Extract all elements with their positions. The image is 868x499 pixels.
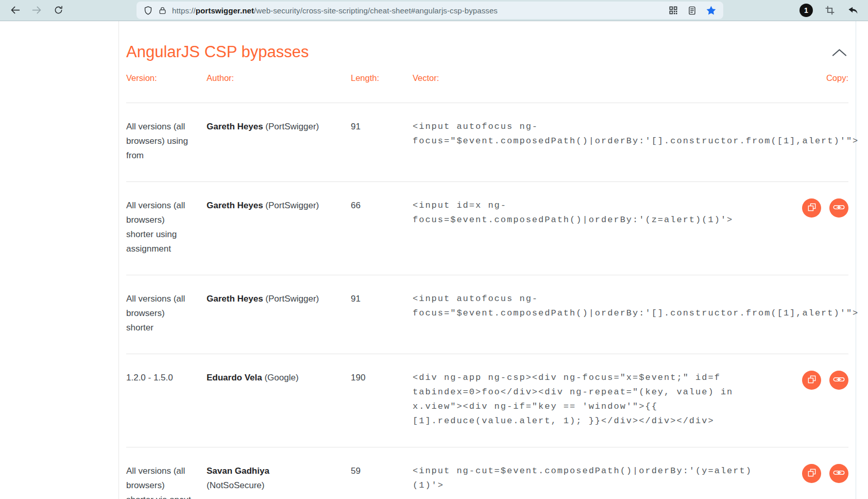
- length-cell: 91: [351, 292, 397, 335]
- column-header-length: Length:: [351, 73, 397, 83]
- length-cell: 59: [351, 464, 397, 499]
- author-cell: Gareth Heyes (PortSwigger): [207, 198, 335, 256]
- column-header-copy: Copy:: [788, 73, 848, 83]
- author-name: Eduardo Vela: [207, 373, 262, 382]
- length-cell: 66: [351, 198, 397, 256]
- author-cell: Savan Gadhiya (NotSoSecure): [207, 464, 335, 499]
- author-cell: Gareth Heyes (PortSwigger): [207, 120, 335, 163]
- table-column-headers: Version: Author: Length: Vector: Copy:: [126, 73, 848, 83]
- author-org: (PortSwigger): [263, 294, 319, 304]
- copy-icon: [807, 468, 817, 479]
- vector-code: <input id=x ng-focus=$event.composedPath…: [413, 198, 772, 227]
- author-cell: Eduardo Vela (Google): [207, 371, 335, 428]
- column-header-version: Version:: [126, 73, 191, 83]
- bookmark-star-icon[interactable]: [706, 5, 717, 16]
- copy-link-button[interactable]: [829, 371, 848, 390]
- table-row: All versions (all browsers) shorter usin…: [126, 181, 848, 275]
- vector-code: <input autofocus ng-focus="$event.compos…: [413, 292, 859, 321]
- copy-payload-button[interactable]: [802, 464, 821, 483]
- extension-badge-count: 1: [804, 6, 808, 14]
- table-row: All versions (all browsers) shorter via …: [126, 447, 848, 499]
- vector-code: <input autofocus ng-focus="$event.compos…: [413, 120, 859, 148]
- link-icon: [833, 203, 845, 213]
- link-icon: [833, 375, 845, 385]
- length-cell: 91: [351, 120, 397, 163]
- undo-arrow-icon[interactable]: [847, 5, 859, 18]
- browser-toolbar: https://portswigger.net/web-security/cro…: [0, 0, 868, 21]
- back-arrow-icon: [10, 5, 21, 17]
- version-cell: 1.2.0 - 1.5.0: [126, 371, 191, 428]
- screenshot-crop-icon[interactable]: [825, 5, 835, 18]
- copy-payload-button[interactable]: [802, 371, 821, 390]
- vector-code: <div ng-app ng-csp><div ng-focus="x=$eve…: [413, 371, 772, 428]
- copy-payload-button[interactable]: [802, 198, 821, 218]
- vector-cell: <input ng-cut=$event.composedPath()|orde…: [413, 464, 772, 499]
- extension-badge[interactable]: 1: [799, 4, 813, 17]
- url-path: /web-security/cross-site-scripting/cheat…: [254, 6, 498, 15]
- url-domain: portswigger.net: [196, 6, 254, 15]
- column-header-vector: Vector:: [413, 73, 772, 83]
- column-header-author: Author:: [207, 73, 335, 83]
- table-row: All versions (all browsers) using from G…: [126, 103, 848, 181]
- version-cell: All versions (all browsers) shorter usin…: [126, 198, 191, 256]
- author-name: Gareth Heyes: [207, 201, 263, 210]
- reload-icon: [54, 5, 63, 16]
- table-row: 1.2.0 - 1.5.0 Eduardo Vela (Google) 190 …: [126, 354, 848, 447]
- back-button[interactable]: [9, 5, 21, 17]
- reload-button[interactable]: [52, 5, 64, 17]
- vector-cell: <div ng-app ng-csp><div ng-focus="x=$eve…: [413, 371, 772, 428]
- version-cell: All versions (all browsers) shorter: [126, 292, 191, 335]
- author-org: (PortSwigger): [263, 201, 319, 210]
- author-cell: Gareth Heyes (PortSwigger): [207, 292, 335, 335]
- vector-cell: <input id=x ng-focus=$event.composedPath…: [413, 198, 772, 256]
- author-name: Gareth Heyes: [207, 122, 263, 131]
- author-org: (NotSoSecure): [207, 480, 264, 490]
- collapse-section-button[interactable]: [830, 45, 848, 62]
- lock-icon[interactable]: [158, 6, 167, 15]
- copy-icon: [807, 202, 817, 214]
- link-icon: [833, 469, 845, 478]
- author-org: (Google): [262, 373, 299, 382]
- copy-link-button[interactable]: [829, 464, 848, 483]
- payload-table: All versions (all browsers) using from G…: [126, 103, 848, 499]
- qr-code-icon[interactable]: [668, 5, 678, 15]
- length-cell: 190: [351, 371, 397, 428]
- version-cell: All versions (all browsers) shorter via …: [126, 464, 191, 499]
- copy-link-button[interactable]: [829, 198, 848, 218]
- forward-arrow-icon: [31, 5, 42, 17]
- vector-cell: <input autofocus ng-focus="$event.compos…: [413, 120, 859, 163]
- vector-cell: <input autofocus ng-focus="$event.compos…: [413, 292, 859, 335]
- cheat-sheet-section: AngularJS CSP bypasses Version: Author: …: [118, 21, 856, 499]
- table-row: All versions (all browsers) shorter Gare…: [126, 275, 848, 354]
- forward-button[interactable]: [30, 5, 43, 17]
- reader-view-icon[interactable]: [687, 6, 697, 15]
- tracking-shield-icon[interactable]: [143, 6, 153, 15]
- vector-code: <input ng-cut=$event.composedPath()|orde…: [413, 464, 772, 493]
- copy-icon: [807, 374, 817, 386]
- url-bar[interactable]: https://portswigger.net/web-security/cro…: [137, 2, 723, 19]
- url-text[interactable]: https://portswigger.net/web-security/cro…: [172, 6, 498, 15]
- chevron-up-icon: [831, 51, 847, 59]
- version-cell: All versions (all browsers) using from: [126, 120, 191, 163]
- section-title: AngularJS CSP bypasses: [126, 43, 309, 61]
- author-name: Gareth Heyes: [207, 294, 263, 304]
- url-scheme: https://: [172, 6, 196, 15]
- author-org: (PortSwigger): [263, 122, 319, 131]
- author-name: Savan Gadhiya: [207, 466, 269, 476]
